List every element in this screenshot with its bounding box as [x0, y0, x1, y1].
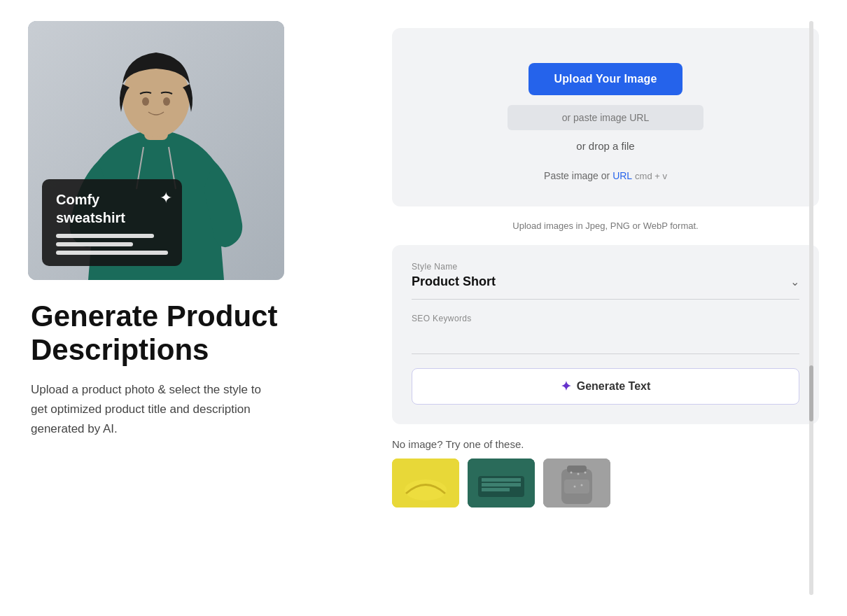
chevron-down-icon: ⌄ — [790, 275, 799, 288]
page-description: Upload a product photo & select the styl… — [31, 380, 269, 439]
svg-rect-14 — [482, 488, 510, 491]
svg-rect-17 — [567, 465, 587, 472]
drop-file-text: or drop a file — [576, 140, 634, 152]
sparkle-icon: ✦ — [160, 189, 172, 207]
style-value: Product Short — [412, 274, 496, 289]
seo-keywords-input[interactable] — [412, 326, 799, 344]
right-panel: Upload Your Image or drop a file Paste i… — [392, 21, 819, 507]
text-content: Generate Product Descriptions Upload a p… — [28, 300, 350, 439]
right-panel-wrapper: Upload Your Image or drop a file Paste i… — [392, 21, 819, 595]
shortcut-text: cmd + v — [635, 171, 667, 181]
scrollbar[interactable] — [809, 21, 813, 595]
overlay-product-title: Comfy sweatshirt — [56, 190, 168, 227]
sample-thumb-3-image — [543, 458, 610, 507]
sample-thumb-2-image — [468, 458, 535, 507]
samples-row — [392, 458, 819, 507]
paste-hint: Paste image or URL cmd + v — [544, 170, 667, 181]
samples-label: No image? Try one of these. — [392, 438, 819, 450]
style-select-row[interactable]: Product Short ⌄ — [412, 274, 799, 289]
scrollbar-thumb[interactable] — [809, 365, 813, 421]
overlay-lines — [56, 234, 168, 255]
svg-point-22 — [574, 486, 576, 488]
svg-point-19 — [570, 472, 573, 474]
svg-rect-13 — [482, 483, 521, 486]
upload-box: Upload Your Image or drop a file Paste i… — [392, 28, 819, 206]
style-name-label: Style Name — [412, 262, 799, 272]
sample-thumb-1-image — [392, 458, 459, 507]
sample-thumb-3[interactable] — [543, 458, 610, 507]
main-container: ✦ Comfy sweatshirt Generate Product Desc… — [0, 0, 847, 616]
generate-text-label: Generate Text — [577, 380, 651, 393]
product-image-container: ✦ Comfy sweatshirt — [28, 21, 284, 280]
generate-sparkle-icon: ✦ — [561, 379, 571, 394]
overlay-line-2 — [56, 242, 133, 246]
seo-keywords-group: SEO Keywords — [412, 314, 799, 354]
style-name-group[interactable]: Style Name Product Short ⌄ — [412, 262, 799, 300]
generate-text-button[interactable]: ✦ Generate Text — [412, 368, 799, 405]
seo-keywords-label: SEO Keywords — [412, 314, 799, 323]
page-title: Generate Product Descriptions — [31, 300, 347, 368]
svg-rect-18 — [564, 479, 589, 493]
svg-point-23 — [581, 484, 583, 486]
overlay-line-1 — [56, 234, 154, 238]
sample-thumb-1[interactable] — [392, 458, 459, 507]
svg-rect-12 — [482, 478, 521, 482]
upload-format-note: Upload images in Jpeg, PNG or WebP forma… — [392, 220, 819, 231]
overlay-line-3 — [56, 251, 168, 255]
options-box: Style Name Product Short ⌄ SEO Keywords … — [392, 245, 819, 424]
url-link: URL — [612, 170, 632, 181]
paste-url-input[interactable] — [507, 105, 704, 130]
left-panel: ✦ Comfy sweatshirt Generate Product Desc… — [28, 21, 350, 595]
svg-point-21 — [584, 472, 587, 474]
svg-point-6 — [142, 97, 149, 106]
svg-point-20 — [578, 473, 580, 475]
svg-point-7 — [163, 97, 170, 106]
upload-button[interactable]: Upload Your Image — [528, 63, 682, 95]
sample-thumb-2[interactable] — [468, 458, 535, 507]
product-overlay: ✦ Comfy sweatshirt — [42, 179, 182, 266]
samples-section: No image? Try one of these. — [392, 438, 819, 507]
